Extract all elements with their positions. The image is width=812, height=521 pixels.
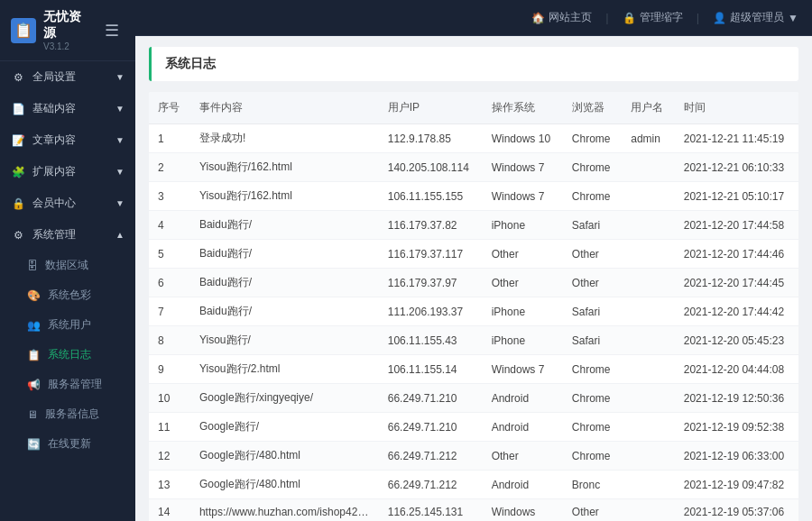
cell-browser: Other [563,240,622,269]
topbar: 🏠 网站主页 | 🔒 管理缩字 | 👤 超级管理员 ▼ [135,0,812,36]
col-ip: 用户IP [379,92,483,124]
sidebar-item-article-content[interactable]: 📝 文章内容 ▼ [0,124,135,156]
cell-os: Windows 10 [483,124,563,153]
table-row: 14 https://www.huzhan.com/ishop42849 116… [149,499,798,522]
cell-id: 10 [149,384,190,413]
sidebar-item-system-mgmt[interactable]: ⚙ 系统管理 ▲ [0,219,135,251]
cell-event: 登录成功! [190,124,379,153]
cell-event: Baidu跑行/ [190,269,379,297]
cell-event: Google跑行/ [190,413,379,442]
col-os: 操作系统 [483,92,563,124]
chevron-up-icon: ▲ [115,230,125,240]
table-header: 序号 事件内容 用户IP 操作系统 浏览器 用户名 时间 [149,92,798,124]
sidebar-sub-item-ad-mgmt[interactable]: 📢 服务器管理 [0,370,135,399]
cell-browser: Chrome [563,153,622,182]
sidebar-item-member-center[interactable]: 🔒 会员中心 ▼ [0,187,135,219]
cell-browser: Safari [563,326,622,355]
cell-event: https://www.huzhan.com/ishop42849 [190,499,379,522]
log-table: 序号 事件内容 用户IP 操作系统 浏览器 用户名 时间 1 登录成功! 112… [149,92,798,521]
cell-time: 2021-12-19 09:52:38 [675,413,798,442]
table-body: 1 登录成功! 112.9.178.85 Windows 10 Chrome a… [149,124,798,522]
cell-time: 2021-12-19 06:33:00 [675,442,798,471]
page-title-bar: 系统日志 [149,47,798,81]
sidebar-item-global-settings[interactable]: ⚙ 全局设置 ▼ [0,61,135,93]
table-row: 2 Yisou跑行/162.html 140.205.108.114 Windo… [149,153,798,182]
cell-browser: Other [563,499,622,522]
cell-event: Google跑行/480.html [190,471,379,499]
cell-browser: Bronc [563,471,622,499]
table-row: 1 登录成功! 112.9.178.85 Windows 10 Chrome a… [149,124,798,153]
cell-os: iPhone [483,211,563,240]
cell-event: Baidu跑行/ [190,211,379,240]
cell-id: 2 [149,153,190,182]
main-area: 🏠 网站主页 | 🔒 管理缩字 | 👤 超级管理员 ▼ 系统日志 序号 [135,0,812,521]
cell-user [622,182,674,211]
sidebar-sub-item-system-user[interactable]: 👥 系统用户 [0,310,135,340]
puzzle-icon: 🧩 [11,166,25,178]
cell-user [622,442,674,471]
cell-user [622,297,674,326]
table-row: 6 Baidu跑行/ 116.179.37.97 Other Other 202… [149,269,798,297]
cell-event: Yisou跑行/162.html [190,153,379,182]
sidebar-toggle-button[interactable]: ☰ [98,17,125,44]
cell-time: 2021-12-20 17:44:46 [675,240,798,269]
main-content: 系统日志 序号 事件内容 用户IP 操作系统 浏览器 用户名 时间 [135,36,812,521]
cell-ip: 140.205.108.114 [379,153,483,182]
cell-ip: 106.11.155.14 [379,355,483,384]
cell-id: 12 [149,442,190,471]
cell-os: Other [483,269,563,297]
sidebar-item-extended-content[interactable]: 🧩 扩展内容 ▼ [0,156,135,187]
sidebar-item-basic-content[interactable]: 📄 基础内容 ▼ [0,93,135,124]
cell-browser: Safari [563,211,622,240]
cell-ip: 66.249.71.210 [379,413,483,442]
page-title: 系统日志 [165,56,216,70]
cell-time: 2021-12-21 05:10:17 [675,182,798,211]
cell-browser: Safari [563,297,622,326]
cell-os: Windows [483,499,563,522]
cell-time: 2021-12-21 06:10:33 [675,153,798,182]
table-row: 8 Yisou跑行/ 106.11.155.43 iPhone Safari 2… [149,326,798,355]
col-time: 时间 [675,92,798,124]
cell-time: 2021-12-20 17:44:45 [675,269,798,297]
cell-time: 2021-12-20 04:44:08 [675,355,798,384]
cell-ip: 66.249.71.212 [379,442,483,471]
users-icon: 👥 [27,319,41,332]
cell-user [622,153,674,182]
cell-ip: 66.249.71.210 [379,384,483,413]
table-row: 12 Google跑行/480.html 66.249.71.212 Other… [149,442,798,471]
sidebar-sub-item-data-region[interactable]: 🗄 数据区域 [0,251,135,280]
chevron-down-icon: ▼ [115,167,125,177]
table-row: 4 Baidu跑行/ 116.179.37.82 iPhone Safari 2… [149,211,798,240]
cell-id: 4 [149,211,190,240]
dropdown-icon: ▼ [788,12,798,24]
topbar-home-link[interactable]: 🏠 网站主页 [531,10,592,25]
col-browser: 浏览器 [563,92,622,124]
cell-time: 2021-12-21 11:45:19 [675,124,798,153]
cell-ip: 111.206.193.37 [379,297,483,326]
cell-user [622,413,674,442]
cell-os: Other [483,240,563,269]
topbar-manager-link[interactable]: 🔒 管理缩字 [623,10,683,25]
table-row: 13 Google跑行/480.html 66.249.71.212 Andro… [149,471,798,499]
cell-ip: 116.179.37.117 [379,240,483,269]
app-logo-icon: 📋 [11,18,36,43]
log-icon: 📋 [27,349,41,361]
cell-time: 2021-12-20 17:44:58 [675,211,798,240]
cell-time: 2021-12-19 09:47:82 [675,471,798,499]
sidebar-sub-item-online-update[interactable]: 🔄 在线更新 [0,429,135,459]
document-icon: 📄 [11,103,25,115]
sidebar-sub-item-server-info[interactable]: 🖥 服务器信息 [0,399,135,429]
lock-icon: 🔒 [11,197,25,210]
table-row: 7 Baidu跑行/ 111.206.193.37 iPhone Safari … [149,297,798,326]
cell-event: Yisou跑行/2.html [190,355,379,384]
table-row: 9 Yisou跑行/2.html 106.11.155.14 Windows 7… [149,355,798,384]
chevron-down-icon: ▼ [115,104,125,114]
topbar-admin-link[interactable]: 👤 超级管理员 ▼ [713,10,798,25]
cell-event: Google跑行/xingyeqiye/ [190,384,379,413]
sidebar-sub-item-system-log[interactable]: 📋 系统日志 [0,340,135,370]
sidebar-sub-item-system-color[interactable]: 🎨 系统色彩 [0,280,135,310]
cell-browser: Chrome [563,182,622,211]
cell-ip: 116.179.37.97 [379,269,483,297]
cell-id: 8 [149,326,190,355]
cell-time: 2021-12-19 05:37:06 [675,499,798,522]
